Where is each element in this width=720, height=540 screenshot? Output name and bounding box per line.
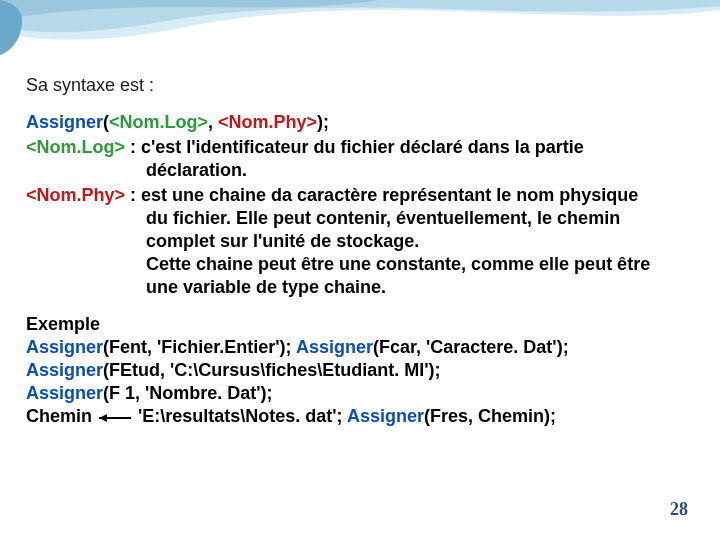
ex4-val: 'E:\resultats\Notes. dat'; [133,406,347,426]
nomphy-text4: Cette chaine peut être une constante, co… [146,254,650,274]
nomlog-text1: : c'est l'identificateur du fichier décl… [125,137,584,157]
page-number: 28 [670,499,688,520]
example-line-3: Assigner(F 1, 'Nombre. Dat'); [26,382,690,405]
example-line-1: Assigner(Fent, 'Fichier.Entier'); Assign… [26,336,690,359]
arg2: <Nom.Phy> [218,112,317,132]
nomlog-label: <Nom.Log> [26,137,125,157]
syntax-line: Assigner(<Nom.Log>, <Nom.Phy>); [26,111,690,134]
desc-nomphy: <Nom.Phy> : est une chaine da caractère … [26,184,690,299]
ex1-args1: (Fent, 'Fichier.Entier'); [103,337,296,357]
ex1-fn2: Assigner [296,337,373,357]
comma: , [208,112,218,132]
paren-close: ); [317,112,329,132]
slide-content: Sa syntaxe est : Assigner(<Nom.Log>, <No… [26,74,690,428]
ex3-fn: Assigner [26,383,103,403]
ex2-args: (FEtud, 'C:\Cursus\fiches\Etudiant. MI')… [103,360,441,380]
ex4-var: Chemin [26,406,97,426]
nomphy-text2: du fichier. Elle peut contenir, éventuel… [146,208,620,228]
example-title: Exemple [26,313,690,336]
arg1: <Nom.Log> [109,112,208,132]
left-arrow-icon [97,412,133,424]
nomphy-label: <Nom.Phy> [26,185,125,205]
ex3-args: (F 1, 'Nombre. Dat'); [103,383,273,403]
nomphy-text1: : est une chaine da caractère représenta… [125,185,638,205]
example-line-4: Chemin 'E:\resultats\Notes. dat'; Assign… [26,405,690,428]
ex4-fn: Assigner [347,406,424,426]
fn-name: Assigner [26,112,103,132]
example-block: Exemple Assigner(Fent, 'Fichier.Entier')… [26,313,690,428]
nomlog-text2: déclaration. [146,160,247,180]
example-line-2: Assigner(FEtud, 'C:\Cursus\fiches\Etudia… [26,359,690,382]
intro-text: Sa syntaxe est : [26,74,690,97]
svg-marker-1 [99,414,107,422]
nomphy-text5: une variable de type chaine. [146,277,386,297]
ex2-fn: Assigner [26,360,103,380]
ex1-fn1: Assigner [26,337,103,357]
desc-nomlog: <Nom.Log> : c'est l'identificateur du fi… [26,136,690,182]
decorative-wave [0,0,720,70]
ex4-args: (Fres, Chemin); [424,406,556,426]
nomphy-text3: complet sur l'unité de stockage. [146,231,419,251]
ex1-args2: (Fcar, 'Caractere. Dat'); [373,337,569,357]
